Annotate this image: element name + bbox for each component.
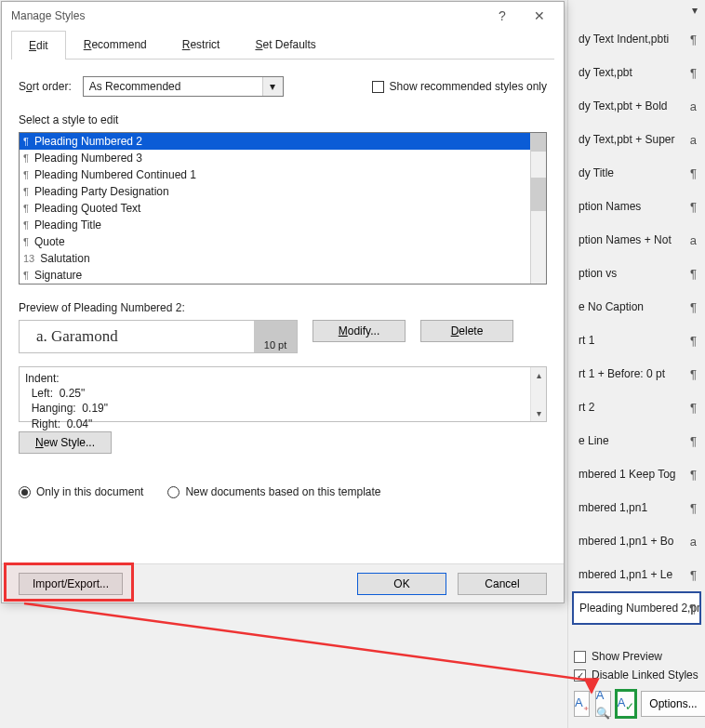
list-item-label: Pleading Numbered 3: [34, 152, 142, 165]
help-button[interactable]: ?: [484, 8, 521, 23]
scroll-up-arrow[interactable]: ▴: [531, 367, 547, 383]
tab-recommend[interactable]: Recommend: [66, 30, 165, 59]
paragraph-mark-icon: ¶: [23, 270, 29, 281]
styles-pane-item[interactable]: ption Names¶: [572, 190, 701, 223]
manage-styles-icon-button[interactable]: A✓: [617, 691, 636, 717]
pane-item-label: dy Text,pbt: [579, 66, 632, 79]
styles-list: dy Text Indent,pbti¶dy Text,pbt¶dy Text,…: [568, 22, 705, 625]
style-type-icon: a: [690, 535, 697, 549]
list-item[interactable]: ¶Pleading Title: [20, 217, 530, 233]
modify-button[interactable]: Modify...: [313, 320, 406, 342]
list-item[interactable]: ¶Pleading Numbered 2: [20, 133, 530, 150]
styles-pane-item[interactable]: rt 2¶: [572, 390, 701, 424]
style-description: Indent: Left: 0.25" Hanging: 0.19" Right…: [19, 366, 547, 422]
pane-item-label: e No Caption: [579, 300, 644, 313]
pane-item-label: dy Text Indent,pbti: [579, 33, 669, 46]
show-recommended-checkbox[interactable]: Show recommended styles only: [372, 80, 547, 93]
scrollbar-thumb[interactable]: [530, 178, 546, 211]
paragraph-mark-icon: 13: [23, 253, 34, 264]
options-button[interactable]: Options...: [641, 691, 705, 717]
new-style-button[interactable]: New Style...: [19, 431, 112, 454]
styles-pane-item[interactable]: mbered 1,pn1 + Le¶: [572, 558, 701, 591]
list-item[interactable]: ¶Pleading Quoted Text: [20, 200, 530, 217]
scrollbar[interactable]: ▴ ▾: [530, 367, 546, 421]
close-button[interactable]: ✕: [521, 8, 558, 23]
preview-pt[interactable]: 10 pt: [254, 321, 297, 352]
new-style-icon-button[interactable]: A₊: [574, 691, 590, 717]
styles-pane-item[interactable]: mbered 1,pn1 + Boa: [572, 524, 701, 558]
styles-pane-item[interactable]: mbered 1,pn1¶: [572, 491, 701, 524]
chevron-down-icon: ▾: [262, 77, 283, 96]
styles-pane-item[interactable]: mbered 1 Keep Tog¶: [572, 457, 701, 491]
tab-edit[interactable]: Edit: [11, 31, 66, 60]
pane-item-label: e Line: [579, 434, 609, 447]
styles-pane-item[interactable]: rt 1¶: [572, 324, 701, 357]
style-type-icon: ¶: [690, 468, 697, 482]
style-type-icon: ¶: [690, 33, 697, 46]
cancel-button[interactable]: Cancel: [458, 573, 547, 595]
delete-button[interactable]: Delete: [420, 320, 513, 342]
sort-order-combo[interactable]: As Recommended ▾: [83, 76, 284, 97]
style-type-icon: ¶: [690, 434, 697, 448]
scrollbar[interactable]: [530, 133, 546, 284]
paragraph-mark-icon: ¶: [23, 219, 29, 231]
list-item[interactable]: 13Salutation: [20, 250, 530, 267]
radio-icon: [167, 486, 180, 498]
styles-pane: ▾ dy Text Indent,pbti¶dy Text,pbt¶dy Tex…: [567, 0, 705, 728]
pane-item-label: Pleading Numbered 2,pn2: [579, 602, 701, 615]
pane-menu[interactable]: ▾: [568, 0, 705, 22]
style-type-icon: ¶: [690, 300, 697, 314]
list-item[interactable]: ¶Pleading Party Designation: [20, 183, 530, 200]
paragraph-mark-icon: ¶: [23, 136, 29, 147]
style-type-icon: ¶: [690, 66, 697, 80]
disable-linked-checkbox[interactable]: ✓ Disable Linked Styles: [574, 668, 699, 682]
pane-item-label: dy Title: [579, 166, 614, 179]
only-this-document-radio[interactable]: Only in this document: [19, 485, 143, 498]
list-item-label: Pleading Title: [34, 218, 101, 232]
styles-pane-item[interactable]: Pleading Numbered 2,pn2¶: [572, 591, 701, 625]
pane-item-label: mbered 1,pn1 + Bo: [579, 535, 673, 548]
style-list[interactable]: ¶Pleading Numbered 2¶Pleading Numbered 3…: [19, 132, 547, 285]
styles-pane-item[interactable]: e Line¶: [572, 424, 701, 457]
styles-pane-item[interactable]: ption vs¶: [572, 257, 701, 290]
list-item-label: Pleading Numbered Continued 1: [34, 168, 196, 181]
dialog-body: Sort order: As Recommended ▾ Show recomm…: [2, 60, 564, 508]
pane-item-label: dy Text,pbt + Bold: [579, 99, 668, 113]
paragraph-mark-icon: ¶: [23, 186, 29, 197]
show-preview-label: Show Preview: [592, 650, 662, 663]
import-export-button[interactable]: Import/Export...: [19, 573, 123, 595]
style-inspector-icon-button[interactable]: A🔍: [595, 691, 611, 717]
radio-label: Only in this document: [36, 485, 143, 498]
show-preview-checkbox[interactable]: Show Preview: [574, 650, 699, 663]
list-item[interactable]: ¶Signature Block Pleading: [20, 284, 530, 285]
manage-styles-dialog: Manage Styles ? ✕ EditRecommendRestrictS…: [1, 1, 565, 603]
pane-item-label: mbered 1,pn1 + Le: [579, 568, 672, 581]
pane-item-label: ption vs: [579, 267, 617, 280]
tab-restrict[interactable]: Restrict: [165, 30, 238, 59]
ok-button[interactable]: OK: [357, 573, 446, 595]
styles-pane-item[interactable]: rt 1 + Before: 0 pt¶: [572, 357, 701, 390]
paragraph-mark-icon: ¶: [23, 203, 29, 214]
new-documents-radio[interactable]: New documents based on this template: [167, 485, 380, 498]
pane-item-label: mbered 1 Keep Tog: [579, 468, 676, 481]
description-line: Right: 0.04": [25, 417, 540, 431]
tab-set-defaults[interactable]: Set Defaults: [237, 30, 333, 59]
styles-pane-item[interactable]: dy Text,pbt¶: [572, 56, 701, 89]
description-line: Indent:: [25, 371, 540, 386]
pane-item-label: mbered 1,pn1: [579, 501, 647, 514]
list-item[interactable]: ¶Pleading Numbered 3: [20, 150, 530, 166]
sort-order-label: Sort order:: [19, 80, 72, 93]
styles-pane-item[interactable]: dy Text Indent,pbti¶: [572, 22, 701, 56]
styles-pane-item[interactable]: dy Title¶: [572, 156, 701, 190]
list-item[interactable]: ¶Signature: [20, 267, 530, 284]
styles-pane-item[interactable]: e No Caption¶: [572, 290, 701, 324]
pane-bottom: Show Preview ✓ Disable Linked Styles A₊ …: [568, 641, 705, 721]
scroll-down-arrow[interactable]: ▾: [531, 405, 547, 421]
list-item[interactable]: ¶Pleading Numbered Continued 1: [20, 166, 530, 183]
styles-pane-item[interactable]: dy Text,pbt + Supera: [572, 123, 701, 156]
list-item[interactable]: ¶Quote: [20, 233, 530, 250]
styles-pane-item[interactable]: dy Text,pbt + Bolda: [572, 89, 701, 123]
styles-pane-item[interactable]: ption Names + Nota: [572, 223, 701, 257]
scroll-down-arrow[interactable]: [531, 133, 547, 152]
style-type-icon: ¶: [690, 501, 697, 515]
